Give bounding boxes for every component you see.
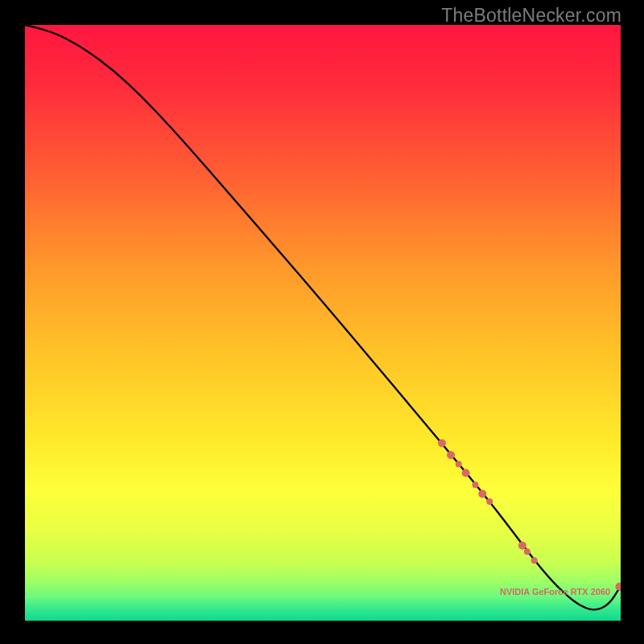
data-marker: [524, 548, 530, 555]
data-marker: [456, 460, 462, 467]
data-marker: [518, 542, 526, 550]
data-marker: [478, 489, 486, 497]
data-marker: [486, 498, 493, 505]
watermark-text: TheBottleNecker.com: [441, 5, 621, 27]
data-marker: [462, 469, 470, 477]
chart-stage: TheBottleNecker.com NVIDIA GeForce RTX 2…: [0, 0, 644, 644]
data-marker: [472, 481, 478, 488]
plot-area: NVIDIA GeForce RTX 2060: [25, 25, 621, 621]
data-marker: [438, 439, 446, 447]
gradient-background: [25, 25, 621, 621]
gpu-annotation: NVIDIA GeForce RTX 2060: [500, 587, 610, 597]
chart-svg: NVIDIA GeForce RTX 2060: [25, 25, 621, 621]
data-marker: [531, 557, 538, 564]
data-marker: [447, 451, 455, 459]
